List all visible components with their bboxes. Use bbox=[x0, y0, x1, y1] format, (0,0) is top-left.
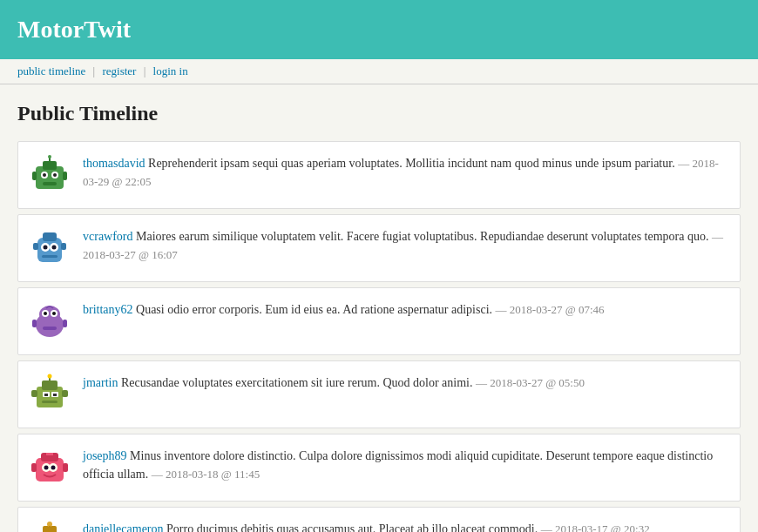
tweet-username[interactable]: brittany62 bbox=[83, 303, 133, 316]
svg-point-4 bbox=[43, 173, 46, 177]
svg-rect-11 bbox=[37, 238, 62, 262]
tweet-list: thomasdavid Reprehenderit ipsam sequi qu… bbox=[17, 141, 741, 532]
tweet-dash: — bbox=[476, 376, 490, 389]
tweet-avatar bbox=[29, 447, 71, 488]
tweet-item: daniellecameron Porro ducimus debitis qu… bbox=[17, 507, 741, 532]
app-title: MotorTwit bbox=[17, 16, 741, 44]
tweet-body: daniellecameron Porro ducimus debitis qu… bbox=[83, 520, 729, 532]
svg-rect-27 bbox=[32, 320, 37, 327]
svg-rect-35 bbox=[42, 401, 58, 403]
tweet-body: vcrawford Maiores earum similique volupt… bbox=[83, 227, 729, 264]
header: MotorTwit bbox=[0, 0, 758, 59]
svg-rect-36 bbox=[31, 390, 37, 397]
nav-public-timeline[interactable]: public timeline bbox=[17, 64, 85, 77]
svg-rect-47 bbox=[63, 463, 68, 472]
tweet-avatar bbox=[29, 520, 71, 532]
nav-register[interactable]: register bbox=[102, 64, 136, 77]
tweet-timestamp: 2018-03-29 @ 22:05 bbox=[83, 157, 719, 188]
svg-rect-19 bbox=[61, 243, 66, 250]
svg-rect-1 bbox=[43, 161, 57, 170]
tweet-username[interactable]: thomasdavid bbox=[83, 157, 146, 170]
tweet-body: jmartin Recusandae voluptates exercitati… bbox=[83, 374, 729, 392]
svg-point-39 bbox=[48, 374, 52, 379]
svg-point-15 bbox=[44, 246, 48, 250]
tweet-body: joseph89 Minus inventore dolore distinct… bbox=[83, 447, 729, 483]
tweet-avatar bbox=[29, 374, 71, 415]
tweet-dash: — bbox=[496, 303, 510, 316]
tweet-item: jmartin Recusandae voluptates exercitati… bbox=[17, 360, 741, 428]
tweet-dash: — bbox=[541, 522, 555, 532]
tweet-username[interactable]: daniellecameron bbox=[83, 522, 164, 532]
tweet-dash: — bbox=[152, 468, 166, 481]
tweet-timestamp: 2018-03-27 @ 07:46 bbox=[510, 303, 605, 316]
tweet-avatar bbox=[29, 300, 71, 342]
svg-rect-46 bbox=[31, 463, 37, 472]
svg-rect-7 bbox=[32, 172, 37, 180]
svg-point-25 bbox=[52, 312, 56, 315]
svg-point-16 bbox=[52, 246, 57, 250]
svg-point-44 bbox=[44, 466, 49, 470]
tweet-timestamp: 2018-03-27 @ 16:07 bbox=[83, 248, 178, 261]
svg-point-10 bbox=[48, 155, 51, 158]
navbar: public timeline | register | login in bbox=[0, 59, 758, 84]
svg-rect-18 bbox=[33, 243, 38, 250]
tweet-timestamp: 2018-03-17 @ 20:32 bbox=[555, 522, 650, 532]
nav-login[interactable]: login in bbox=[153, 64, 188, 77]
tweet-timestamp: 2018-03-18 @ 11:45 bbox=[166, 468, 260, 481]
svg-rect-34 bbox=[53, 394, 57, 396]
svg-rect-33 bbox=[44, 394, 48, 396]
page-title: Public Timeline bbox=[17, 102, 741, 125]
tweet-timestamp: 2018-03-27 @ 05:50 bbox=[490, 376, 585, 389]
tweet-item: vcrawford Maiores earum similique volupt… bbox=[17, 214, 741, 282]
tweet-item: brittany62 Quasi odio error corporis. Eu… bbox=[17, 287, 741, 355]
svg-point-24 bbox=[44, 312, 47, 315]
svg-rect-26 bbox=[43, 327, 57, 330]
tweet-avatar bbox=[29, 154, 71, 196]
tweet-username[interactable]: vcrawford bbox=[83, 230, 133, 243]
svg-rect-28 bbox=[63, 320, 67, 327]
nav-sep-1: | bbox=[93, 64, 96, 77]
main-content: Public Timeline thomasdavid Reprehenderi… bbox=[0, 84, 758, 532]
svg-point-5 bbox=[53, 173, 57, 177]
svg-point-45 bbox=[51, 466, 56, 470]
tweet-username[interactable]: joseph89 bbox=[83, 449, 127, 462]
tweet-dash: — bbox=[712, 230, 723, 243]
tweet-item: thomasdavid Reprehenderit ipsam sequi qu… bbox=[17, 141, 741, 209]
svg-rect-17 bbox=[42, 255, 58, 258]
tweet-dash: — bbox=[678, 157, 692, 170]
tweet-item: joseph89 Minus inventore dolore distinct… bbox=[17, 434, 741, 502]
svg-rect-6 bbox=[43, 182, 57, 185]
nav-sep-2: | bbox=[144, 64, 146, 77]
tweet-body: brittany62 Quasi odio error corporis. Eu… bbox=[83, 300, 729, 319]
tweet-body: thomasdavid Reprehenderit ipsam sequi qu… bbox=[83, 154, 729, 191]
svg-rect-48 bbox=[46, 453, 53, 455]
tweet-avatar bbox=[29, 227, 71, 269]
tweet-username[interactable]: jmartin bbox=[83, 376, 118, 389]
svg-rect-12 bbox=[43, 232, 57, 241]
svg-rect-30 bbox=[42, 380, 58, 390]
svg-rect-37 bbox=[62, 390, 68, 397]
svg-rect-8 bbox=[63, 172, 67, 180]
